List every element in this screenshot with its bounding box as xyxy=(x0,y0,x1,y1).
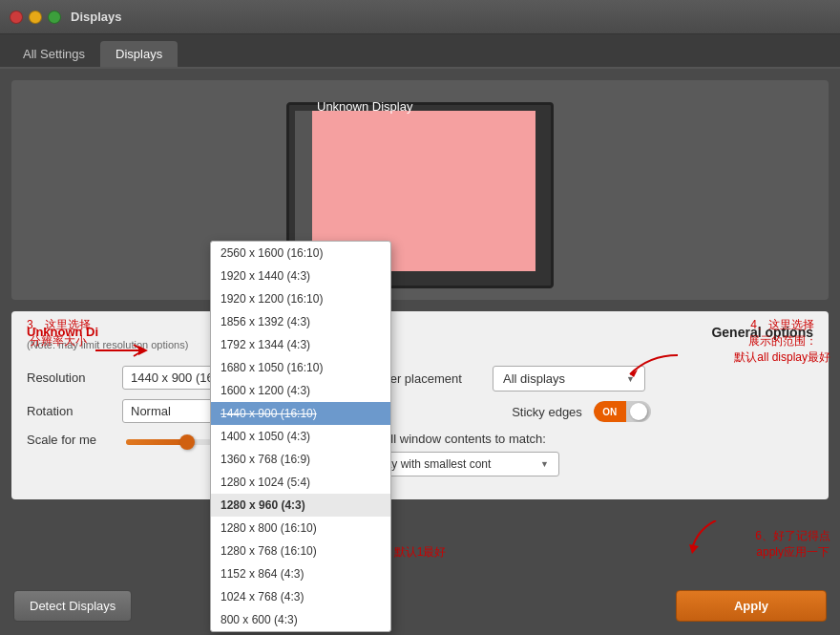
close-button[interactable] xyxy=(10,11,23,24)
res-option-5[interactable]: 1680 x 1050 (16:10) xyxy=(211,356,390,379)
res-option-15[interactable]: 1024 x 768 (4:3) xyxy=(211,585,390,608)
res-option-14[interactable]: 1152 x 864 (4:3) xyxy=(211,562,390,585)
display-preview: Unknown Display xyxy=(11,80,829,300)
tab-displays[interactable]: Displays xyxy=(100,41,178,67)
maximize-button[interactable] xyxy=(48,11,61,24)
res-option-7[interactable]: 1440 x 900 (16:10) xyxy=(211,402,390,425)
res-option-6[interactable]: 1600 x 1200 (4:3) xyxy=(211,379,390,402)
minimize-button[interactable] xyxy=(29,11,42,24)
main-content: Unknown Display Unknown Di (Note: may li… xyxy=(0,69,840,635)
general-options-label: General options xyxy=(711,325,813,340)
tabbar: All Settings Displays xyxy=(0,34,840,69)
scale-menu-label: Scale for me xyxy=(27,433,122,447)
sticky-edges-label: Sticky edges xyxy=(512,405,582,419)
slider-thumb[interactable] xyxy=(179,434,195,450)
launcher-select-arrow: ▼ xyxy=(626,374,635,384)
window-controls xyxy=(10,11,61,24)
window-title: Displays xyxy=(71,10,121,24)
sticky-edges-toggle[interactable]: ON xyxy=(594,401,651,422)
arrow-6 xyxy=(687,520,725,559)
scale-all-label: Scale all window contents to match: xyxy=(349,432,813,446)
res-option-11[interactable]: 1280 x 960 (4:3) xyxy=(211,494,390,517)
toggle-knob xyxy=(630,403,647,420)
tab-all-settings[interactable]: All Settings xyxy=(8,41,100,67)
slider-fill xyxy=(126,439,183,445)
svg-marker-3 xyxy=(689,544,699,554)
apply-button[interactable]: Apply xyxy=(676,590,827,622)
bottom-bar: Detect Displays Apply xyxy=(13,590,827,622)
titlebar: Displays xyxy=(0,0,840,34)
unknown-display-title: Unknown Di xyxy=(27,325,98,339)
resolution-dropdown[interactable]: 2560 x 1600 (16:10) 1920 x 1440 (4:3) 19… xyxy=(210,241,391,632)
sticky-edges-row: Sticky edges ON xyxy=(349,401,813,422)
res-option-10[interactable]: 1280 x 1024 (5:4) xyxy=(211,471,390,494)
toggle-on-label: ON xyxy=(594,401,626,422)
launcher-placement-select[interactable]: All displays ▼ xyxy=(493,366,645,392)
res-option-4[interactable]: 1792 x 1344 (4:3) xyxy=(211,333,390,356)
res-option-2[interactable]: 1920 x 1200 (16:10) xyxy=(211,287,390,310)
resolution-label: Resolution xyxy=(27,370,122,385)
res-option-0[interactable]: 2560 x 1600 (16:10) xyxy=(211,242,390,265)
res-option-12[interactable]: 1280 x 800 (16:10) xyxy=(211,517,390,540)
annotation-6: 6、好了记得点apply应用一下 xyxy=(755,528,830,561)
res-option-3[interactable]: 1856 x 1392 (4:3) xyxy=(211,310,390,333)
rotation-label: Rotation xyxy=(27,404,122,418)
scale-all-row: Scale all window contents to match: Disp… xyxy=(349,432,813,476)
detect-displays-button[interactable]: Detect Displays xyxy=(13,590,132,622)
settings-panel: Unknown Di (Note: may limit resolution o… xyxy=(11,311,829,499)
res-option-1[interactable]: 1920 x 1440 (4:3) xyxy=(211,265,390,287)
settings-note: (Note: may limit resolution options) xyxy=(27,339,188,350)
launcher-row: Launcher placement All displays ▼ xyxy=(349,366,813,392)
scale-select-arrow-icon: ▼ xyxy=(540,459,549,469)
res-option-16[interactable]: 800 x 600 (4:3) xyxy=(211,608,390,631)
monitor-label-outside: Unknown Display xyxy=(317,99,412,114)
toggle-off-part xyxy=(626,401,651,422)
res-option-13[interactable]: 1280 x 768 (16:10) xyxy=(211,540,390,562)
res-option-9[interactable]: 1360 x 768 (16:9) xyxy=(211,448,390,471)
res-option-8[interactable]: 1400 x 1050 (4:3) xyxy=(211,425,390,448)
